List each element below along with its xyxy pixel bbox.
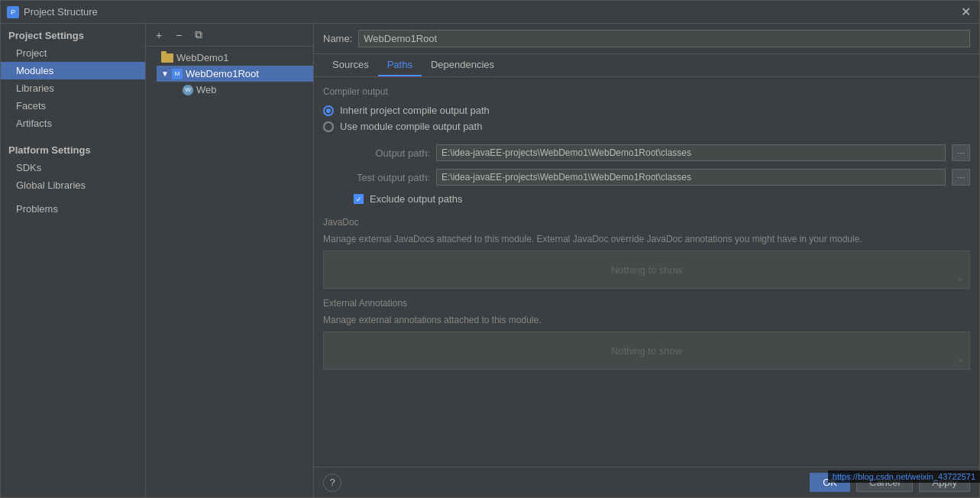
external-annotations-section: External Annotations Manage external ann…	[323, 298, 970, 370]
title-bar: P Project Structure ✕	[1, 1, 979, 24]
remove-module-button[interactable]: −	[170, 27, 187, 44]
window-title: Project Structure	[24, 6, 958, 18]
tab-dependencies[interactable]: Dependencies	[422, 54, 503, 76]
tree-items: WebDemo1 ▼ M WebDemo1Root W Web	[146, 47, 313, 497]
use-module-radio-label: Use module compile output path	[340, 121, 482, 132]
sidebar-item-facets[interactable]: Facets	[1, 97, 145, 115]
sidebar-item-sdks[interactable]: SDKs	[1, 159, 145, 176]
platform-settings-header: Platform Settings	[1, 138, 145, 159]
tab-sources[interactable]: Sources	[323, 54, 378, 76]
ext-annotations-list: Nothing to show »	[323, 331, 970, 370]
sidebar-divider2	[1, 194, 145, 200]
help-button[interactable]: ?	[323, 474, 341, 492]
javadoc-empty-label: Nothing to show	[611, 264, 682, 276]
inherit-radio-row: Inherit project compile output path	[323, 105, 970, 116]
tabs: Sources Paths Dependencies	[314, 54, 979, 77]
tree-item-webdemo1root[interactable]: ▼ M WebDemo1Root	[157, 66, 313, 82]
output-path-label: Output path:	[338, 147, 430, 159]
sidebar-item-problems[interactable]: Problems	[1, 200, 145, 218]
tree-item-web[interactable]: W Web	[167, 82, 313, 98]
inherit-radio-label: Inherit project compile output path	[340, 105, 490, 116]
sidebar-divider	[1, 132, 145, 138]
sidebar: Project Settings Project Modules Librari…	[1, 24, 146, 497]
javadoc-expand-button[interactable]: »	[954, 273, 966, 285]
ext-annotations-title: External Annotations	[323, 298, 970, 309]
tree-label-webdemo1: WebDemo1	[176, 52, 228, 63]
test-output-path-browse-button[interactable]: ⋯	[952, 169, 970, 186]
watermark: https://blog.csdn.net/weixin_43722571	[828, 471, 980, 483]
project-structure-window: P Project Structure ✕ Project Settings P…	[0, 0, 980, 498]
radio-group: Inherit project compile output path Use …	[323, 105, 970, 132]
paths-content: Compiler output Inherit project compile …	[314, 77, 979, 467]
use-module-radio[interactable]	[323, 121, 334, 132]
tree-arrow-webdemo1root: ▼	[161, 70, 170, 78]
sidebar-item-global-libraries[interactable]: Global Libraries	[1, 176, 145, 194]
add-module-button[interactable]: +	[150, 27, 167, 44]
javadoc-desc: Manage external JavaDocs attached to thi…	[323, 232, 970, 246]
test-output-path-input[interactable]	[436, 169, 946, 186]
content-area: + − ⧉ WebDemo1 ▼ M WebDemo1Root	[146, 24, 979, 497]
web-icon: W	[183, 85, 193, 95]
folder-icon-webdemo1	[161, 53, 173, 63]
sidebar-item-libraries[interactable]: Libraries	[1, 79, 145, 97]
ext-annotations-expand-button[interactable]: »	[954, 354, 966, 366]
module-icon-webdemo1root: M	[172, 69, 183, 79]
ext-annotations-empty-label: Nothing to show	[611, 345, 682, 357]
tree-item-webdemo1[interactable]: WebDemo1	[146, 50, 313, 66]
exclude-checkbox[interactable]: ✓	[354, 194, 364, 204]
exclude-checkbox-label: Exclude output paths	[370, 193, 462, 205]
copy-module-button[interactable]: ⧉	[190, 27, 207, 44]
inherit-radio[interactable]	[323, 105, 334, 116]
javadoc-section: JavaDoc Manage external JavaDocs attache…	[323, 217, 970, 289]
tree-toolbar: + − ⧉	[146, 24, 313, 47]
main-content: Project Settings Project Modules Librari…	[1, 24, 979, 497]
compiler-output-title: Compiler output	[323, 86, 970, 97]
use-module-radio-row: Use module compile output path	[323, 121, 970, 132]
javadoc-title: JavaDoc	[323, 217, 970, 228]
project-settings-header: Project Settings	[1, 24, 145, 44]
tree-label-web: Web	[196, 84, 217, 95]
sidebar-item-artifacts[interactable]: Artifacts	[1, 115, 145, 132]
output-path-browse-button[interactable]: ⋯	[952, 144, 970, 161]
name-row: Name:	[314, 24, 979, 54]
name-input[interactable]	[358, 30, 970, 47]
app-icon: P	[7, 6, 19, 18]
test-output-path-row: Test output path: ⋯	[323, 169, 970, 186]
tree-label-webdemo1root: WebDemo1Root	[186, 68, 259, 79]
detail-panel: Name: Sources Paths Dependencies Compile…	[314, 24, 979, 497]
javadoc-list: Nothing to show »	[323, 251, 970, 289]
output-path-input[interactable]	[436, 144, 946, 161]
name-label: Name:	[323, 33, 352, 44]
ext-annotations-desc: Manage external annotations attached to …	[323, 313, 970, 327]
tab-paths[interactable]: Paths	[378, 54, 422, 76]
close-button[interactable]: ✕	[958, 5, 973, 20]
test-output-path-label: Test output path:	[338, 172, 430, 183]
output-path-row: Output path: ⋯	[323, 144, 970, 161]
exclude-checkbox-row: ✓ Exclude output paths	[323, 193, 970, 205]
module-tree: + − ⧉ WebDemo1 ▼ M WebDemo1Root	[146, 24, 314, 497]
sidebar-item-project[interactable]: Project	[1, 44, 145, 62]
sidebar-item-modules[interactable]: Modules	[1, 62, 145, 79]
